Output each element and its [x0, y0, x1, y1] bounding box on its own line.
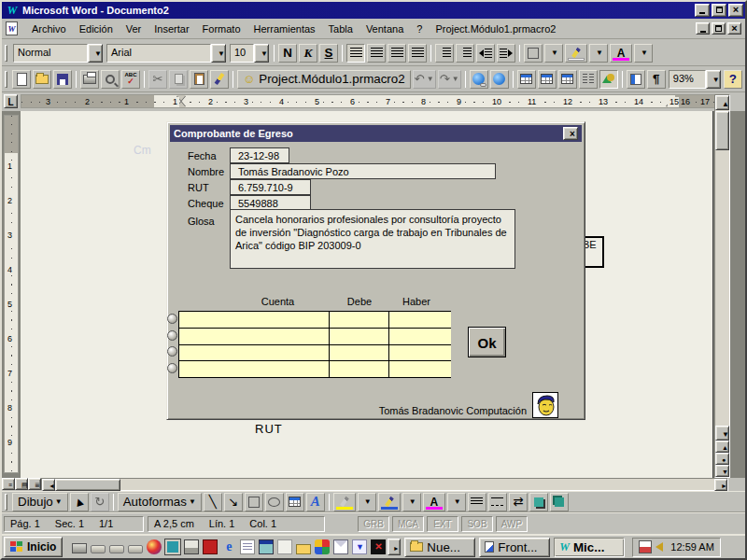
volume-icon[interactable] — [655, 542, 663, 552]
scroll-up-button[interactable]: ▲ — [715, 95, 729, 110]
browse-previous-button[interactable]: ▲ — [715, 441, 729, 453]
copy-button[interactable] — [169, 70, 188, 89]
font-color-button[interactable]: A — [610, 44, 632, 63]
toolbar-grip[interactable] — [5, 45, 7, 62]
toggle-ext[interactable]: EXT — [427, 516, 458, 532]
insert-excel-button[interactable] — [558, 70, 577, 89]
app2-icon[interactable] — [109, 545, 124, 553]
save-button[interactable] — [53, 70, 72, 89]
arrow-tool-button[interactable]: ↘ — [224, 493, 243, 511]
layout-view-button[interactable]: ▤ — [15, 478, 28, 490]
taskbar-button-word[interactable]: W Mic... — [554, 538, 625, 557]
cuenta-cell-2[interactable] — [179, 329, 329, 344]
menu-tabla[interactable]: Tabla — [322, 21, 359, 36]
printer-icon[interactable] — [72, 543, 87, 553]
acrobat-icon[interactable] — [203, 539, 218, 554]
tables-borders-button[interactable] — [517, 70, 536, 89]
free-rotate-button[interactable]: ↻ — [91, 493, 109, 511]
toggle-sob[interactable]: SOB — [461, 516, 493, 532]
scroll-down-button[interactable]: ▼ — [715, 426, 729, 441]
debe-cell-2[interactable] — [330, 329, 388, 344]
close-button[interactable]: × — [728, 4, 743, 17]
minimize-button[interactable] — [695, 4, 710, 17]
style-combo-value[interactable]: Normal — [13, 44, 88, 63]
line-style-button[interactable] — [468, 493, 486, 511]
horizontal-scroll-thumb[interactable] — [55, 479, 120, 491]
menu-formato[interactable]: Formato — [196, 21, 247, 36]
dibujo-menu-button[interactable]: Dibujo▼ — [12, 493, 68, 511]
size-combo-value[interactable]: 10 — [230, 44, 254, 63]
size-combo[interactable]: 10 ▼ — [230, 44, 269, 63]
justify-button[interactable] — [408, 44, 427, 63]
new-document-button[interactable] — [12, 70, 31, 89]
document-map-button[interactable] — [627, 70, 645, 89]
font-combo-value[interactable]: Arial — [106, 44, 211, 63]
app1-icon[interactable] — [91, 545, 106, 553]
vertical-scrollbar[interactable]: ▲ ▼ ▲ ● ▼ — [714, 94, 730, 478]
undo-button[interactable]: ↶▼ — [413, 70, 436, 89]
font-combo-arrow[interactable]: ▼ — [211, 44, 226, 63]
open-button[interactable] — [33, 70, 51, 89]
haber-cell-1[interactable] — [389, 312, 451, 328]
ie-icon[interactable]: e — [221, 539, 236, 554]
menu-archivo[interactable]: Archivo — [25, 21, 73, 36]
toggle-grb[interactable]: GRB — [358, 516, 389, 532]
outline-view-button[interactable]: ≣ — [28, 478, 41, 490]
display-icon[interactable] — [165, 539, 180, 554]
select-pointer-button[interactable]: ▲ — [70, 493, 89, 511]
style-combo-arrow[interactable]: ▼ — [88, 44, 103, 63]
quick-launch-overflow-button[interactable]: ▸ — [388, 539, 401, 555]
redo-button[interactable]: ↷▼ — [438, 70, 461, 89]
doc-minimize-button[interactable] — [696, 22, 710, 35]
columns-button[interactable] — [579, 70, 598, 89]
menu-macro-item[interactable]: Project.Módulo1.prmacro2 — [429, 21, 562, 36]
align-left-button[interactable] — [346, 44, 365, 63]
drawing-button[interactable] — [599, 70, 618, 89]
rectangle-tool-button[interactable] — [245, 493, 263, 511]
doc-close-button[interactable]: × — [727, 22, 741, 35]
print-button[interactable] — [80, 70, 99, 89]
wordart-button[interactable]: A — [306, 493, 325, 511]
threed-button[interactable] — [550, 493, 569, 511]
highlight-button[interactable] — [565, 44, 587, 63]
taskbar-button-frontpage[interactable]: Front... — [479, 538, 550, 557]
window-icon[interactable] — [259, 539, 274, 554]
toolbar-grip[interactable] — [5, 71, 7, 88]
web-toolbar-button[interactable] — [490, 70, 509, 89]
shadow-button[interactable] — [529, 493, 548, 511]
fill-color-arrow[interactable]: ▼ — [358, 493, 376, 511]
start-button[interactable]: Inicio — [4, 537, 63, 557]
glosa-field[interactable]: Cancela honorarios profesionales por con… — [230, 209, 515, 269]
row-3-radio[interactable] — [167, 346, 177, 357]
debe-cell-3[interactable] — [330, 345, 388, 361]
notes-icon[interactable] — [240, 539, 255, 554]
haber-cell-2[interactable] — [389, 329, 451, 344]
dash-style-button[interactable] — [488, 493, 507, 511]
text-box-button[interactable] — [286, 493, 304, 511]
align-right-button[interactable] — [388, 44, 406, 63]
cuenta-cell-4[interactable] — [179, 361, 329, 377]
row-1-radio[interactable] — [167, 314, 177, 324]
autoformas-menu-button[interactable]: Autoformas▼ — [118, 493, 202, 511]
menu-edicion[interactable]: Edición — [73, 21, 120, 36]
mail-icon[interactable] — [333, 539, 348, 554]
format-painter-button[interactable] — [210, 70, 229, 89]
borders-arrow[interactable]: ▼ — [544, 44, 563, 63]
scroll-left-button[interactable]: ◄ — [42, 479, 55, 491]
help-button[interactable]: ? — [724, 70, 742, 89]
cuenta-cell-1[interactable] — [179, 312, 329, 328]
bullet-list-button[interactable] — [456, 44, 474, 63]
draw-font-color-button[interactable]: A — [423, 493, 445, 511]
haber-cell-3[interactable] — [389, 345, 451, 361]
scroll-right-button[interactable]: ► — [714, 479, 727, 491]
doc-restore-button[interactable] — [712, 22, 726, 35]
download-icon[interactable]: ▼ — [352, 539, 367, 554]
zoom-combo[interactable]: 93% ▼ — [669, 70, 721, 89]
menu-ver[interactable]: Ver — [120, 21, 148, 36]
style-combo[interactable]: Normal ▼ — [13, 44, 103, 63]
scheduler-tray-icon[interactable] — [639, 540, 652, 553]
line-tool-button[interactable]: ╲ — [204, 493, 222, 511]
paste-button[interactable] — [190, 70, 208, 89]
debe-cell-1[interactable] — [330, 312, 388, 328]
cut-button[interactable]: ✂ — [148, 70, 167, 89]
